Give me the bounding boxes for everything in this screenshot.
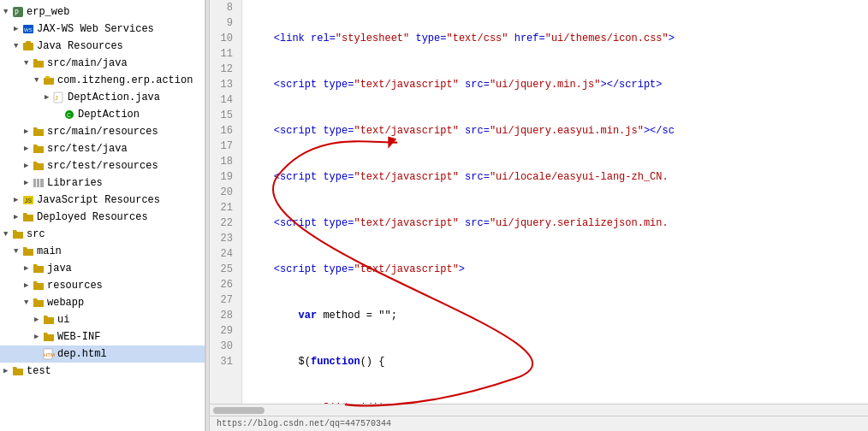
- line-num-9: 9: [210, 15, 236, 31]
- tree-label-src-main-java: src/main/java: [47, 56, 128, 71]
- file-tree: ▼ P erp_web ▶ WS JAX-WS Web Services ▼ J…: [0, 0, 205, 431]
- tree-label-web-inf: WEB-INF: [57, 329, 100, 345]
- line-num-14: 14: [210, 92, 236, 108]
- tree-label-erp-web: erp_web: [27, 4, 69, 20]
- chevron-src-test-java: ▶: [24, 141, 33, 156]
- code-editor: 8 9 10 11 12 13 14 15 16 17 18 19 20 21 …: [210, 0, 868, 431]
- class-icon: C: [63, 109, 75, 121]
- tree-item-deployed-resources[interactable]: ▶ Deployed Resources: [0, 209, 205, 226]
- tree-item-libraries[interactable]: ▶ Libraries: [0, 174, 205, 192]
- line-num-23: 23: [210, 231, 236, 246]
- svg-text:WS: WS: [24, 27, 33, 32]
- package-open-icon: [43, 75, 55, 86]
- tree-item-src[interactable]: ▼ src: [0, 226, 205, 243]
- svg-text:P: P: [15, 9, 19, 17]
- line-num-27: 27: [210, 292, 236, 308]
- line-numbers: 8 9 10 11 12 13 14 15 16 17 18 19 20 21 …: [210, 0, 242, 404]
- package-icon: [22, 40, 34, 52]
- tree-label-src: src: [27, 227, 45, 242]
- chevron-src-test-resources: ▶: [24, 158, 33, 174]
- code-scroll-area[interactable]: 8 9 10 11 12 13 14 15 16 17 18 19 20 21 …: [210, 0, 868, 404]
- line-num-19: 19: [210, 169, 236, 185]
- tree-item-src-main-resources[interactable]: ▶ src/main/resources: [0, 123, 205, 140]
- tree-label-deptaction-java: DeptAction.java: [68, 90, 160, 105]
- code-line-9: <script type="text/javascript" src="ui/j…: [249, 77, 868, 92]
- tree-label-java: java: [47, 261, 72, 276]
- line-num-12: 12: [210, 62, 236, 77]
- tree-item-java-resources[interactable]: ▼ Java Resources: [0, 38, 205, 55]
- tree-label-test: test: [27, 363, 51, 379]
- tree-item-src-main-java[interactable]: ▼ src/main/java: [0, 55, 205, 72]
- folder-icon-src-main-resources: [33, 127, 45, 137]
- chevron-js-resources: ▶: [14, 192, 22, 208]
- svg-rect-14: [40, 179, 44, 187]
- tree-label-deptaction-class: DeptAction: [78, 107, 140, 122]
- tree-item-src-test-resources[interactable]: ▶ src/test/resources: [0, 157, 205, 174]
- chevron-ui: ▶: [34, 312, 43, 328]
- line-num-29: 29: [210, 323, 236, 339]
- tree-item-erp-web[interactable]: ▼ P erp_web: [0, 3, 205, 21]
- java-file-icon: J: [53, 92, 65, 103]
- tree-label-resources: resources: [47, 278, 103, 293]
- tree-label-com-itzheng: com.itzheng.erp.action: [57, 73, 193, 88]
- chevron-web-inf: ▶: [34, 329, 43, 345]
- tree-item-jax-ws[interactable]: ▶ WS JAX-WS Web Services: [0, 21, 205, 38]
- tree-label-libraries: Libraries: [47, 175, 103, 191]
- line-num-13: 13: [210, 77, 236, 92]
- tree-item-test[interactable]: ▶ test: [0, 363, 205, 380]
- tree-item-com-itzheng[interactable]: ▼ com.itzheng.erp.action: [0, 72, 205, 89]
- svg-rect-12: [33, 179, 36, 187]
- chevron-src-main-resources: ▶: [24, 124, 33, 139]
- svg-text:J: J: [55, 95, 58, 101]
- folder-icon-web-inf: [43, 332, 55, 342]
- chevron-src: ▼: [3, 227, 12, 242]
- tree-item-dep-html[interactable]: HTML dep.html: [0, 345, 205, 363]
- chevron-deptaction-java: ▶: [45, 90, 53, 105]
- tree-item-web-inf[interactable]: ▶ WEB-INF: [0, 328, 205, 345]
- tree-label-main: main: [37, 244, 62, 259]
- tree-item-java[interactable]: ▶ java: [0, 260, 205, 277]
- tree-label-ui: ui: [57, 312, 69, 328]
- line-num-31: 31: [210, 354, 236, 369]
- tree-item-deptaction-class[interactable]: C DeptAction: [0, 106, 205, 123]
- tree-label-js-resources: JavaScript Resources: [37, 192, 160, 208]
- line-num-24: 24: [210, 246, 236, 262]
- svg-rect-5: [26, 41, 31, 44]
- line-num-30: 30: [210, 339, 236, 354]
- tree-label-webapp: webapp: [47, 295, 84, 310]
- svg-text:C: C: [67, 112, 71, 118]
- scroll-thumb[interactable]: [213, 407, 265, 414]
- tree-item-src-test-java[interactable]: ▶ src/test/java: [0, 140, 205, 157]
- js-icon: JS: [22, 194, 34, 206]
- line-num-11: 11: [210, 46, 236, 62]
- tree-item-webapp[interactable]: ▼ webapp: [0, 294, 205, 311]
- line-num-18: 18: [210, 154, 236, 169]
- chevron-test: ▶: [3, 363, 12, 379]
- tree-label-deployed-resources: Deployed Resources: [37, 210, 148, 225]
- tree-label-src-test-resources: src/test/resources: [47, 158, 158, 174]
- folder-icon-src-test-java: [33, 144, 45, 154]
- line-num-28: 28: [210, 308, 236, 323]
- line-num-22: 22: [210, 216, 236, 231]
- folder-icon-src-test-resources: [33, 161, 45, 171]
- folder-icon-deployed: [22, 212, 34, 222]
- tree-item-ui[interactable]: ▶ ui: [0, 311, 205, 328]
- tree-item-deptaction-java[interactable]: ▶ J DeptAction.java: [0, 89, 205, 106]
- tree-label-src-main-resources: src/main/resources: [47, 124, 158, 139]
- svg-rect-4: [23, 43, 33, 50]
- line-num-25: 25: [210, 262, 236, 277]
- chevron-src-main-java: ▼: [24, 56, 33, 71]
- html-file-icon: HTML: [43, 348, 55, 360]
- tree-item-resources[interactable]: ▶ resources: [0, 277, 205, 294]
- status-url: https://blog.csdn.net/qq=447570344: [217, 419, 391, 428]
- chevron-com-itzheng: ▼: [34, 73, 43, 88]
- tree-item-js-resources[interactable]: ▶ JS JavaScript Resources: [0, 192, 205, 209]
- horizontal-scrollbar[interactable]: [210, 404, 868, 416]
- folder-icon-java: [33, 263, 45, 274]
- line-num-15: 15: [210, 108, 236, 123]
- code-content[interactable]: <link rel="stylesheet" type="text/css" h…: [242, 0, 868, 404]
- tree-item-main[interactable]: ▼ main: [0, 243, 205, 260]
- line-num-21: 21: [210, 200, 236, 216]
- svg-rect-13: [37, 179, 39, 187]
- line-num-20: 20: [210, 185, 236, 200]
